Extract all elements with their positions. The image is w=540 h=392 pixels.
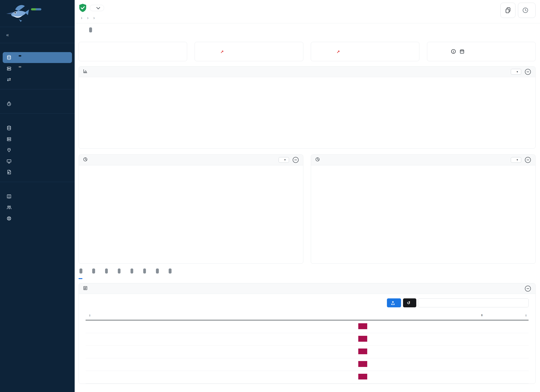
tab-users[interactable] xyxy=(142,270,146,279)
sidebar-item-community[interactable] xyxy=(3,202,72,213)
copy-button[interactable] xyxy=(500,3,516,18)
marlin-fish-icon xyxy=(5,3,30,24)
wait-time-value xyxy=(429,346,485,358)
weight-value xyxy=(484,346,528,358)
accent-bar xyxy=(87,349,88,355)
count-badge xyxy=(19,55,21,57)
sidebar-item-integrations[interactable] xyxy=(3,145,72,156)
collapse-panel-icon[interactable] xyxy=(525,69,531,75)
undo-icon: ↺ xyxy=(407,301,410,305)
tab-changes[interactable] xyxy=(168,270,171,279)
sidebar-item-change-history[interactable]: ⇄ xyxy=(3,74,72,85)
time-spent-chart-area xyxy=(79,77,535,148)
col-header-statement[interactable] xyxy=(121,312,357,320)
collapse-panel-icon[interactable] xyxy=(525,285,531,292)
copy-icon xyxy=(505,7,511,14)
time-range-button[interactable] xyxy=(518,3,535,18)
sidebar-item-time-comparison[interactable] xyxy=(3,98,72,109)
table-row xyxy=(85,358,529,371)
database-icon xyxy=(6,55,12,60)
count-badge xyxy=(105,268,108,273)
breadcrumb-separator: › xyxy=(93,15,95,20)
export-button[interactable] xyxy=(387,298,401,307)
sidebar-item-settings-hosts[interactable] xyxy=(3,134,72,145)
sort-icon: ▲▼ xyxy=(89,314,91,317)
collapse-panel-icon[interactable] xyxy=(525,157,531,163)
card-db-time[interactable] xyxy=(79,42,187,61)
count-badge xyxy=(19,66,21,68)
table-row xyxy=(85,333,529,345)
accent-bar xyxy=(87,374,88,381)
statements-panel: ↺ ▲▼ ▲▼ ▲▼ xyxy=(79,283,535,384)
brand-logo xyxy=(31,8,41,10)
statements-table: ▲▼ ▲▼ ▲▼ xyxy=(85,312,529,384)
card-average-time[interactable]: ↗ xyxy=(311,42,419,61)
clock-icon xyxy=(315,44,330,59)
weight-value xyxy=(484,371,528,383)
sidebar-item-settings-database-instances[interactable] xyxy=(3,123,72,134)
weight-value xyxy=(484,320,528,333)
tab-host-metrics[interactable] xyxy=(88,27,92,37)
time-spent-chart[interactable] xyxy=(79,77,535,148)
search-input[interactable] xyxy=(418,298,529,307)
chevron-down-icon: ▾ xyxy=(516,70,518,73)
breadcrumb: › › › xyxy=(79,15,535,20)
main-content: › › › xyxy=(75,0,540,392)
count-badge xyxy=(80,268,82,273)
breadcrumb-separator: › xyxy=(87,15,89,20)
sidebar-item-documentation[interactable] xyxy=(3,191,72,202)
sidebar-item-database-instances[interactable] xyxy=(3,52,72,63)
tab-statements[interactable] xyxy=(79,270,82,279)
col-header-weight[interactable]: ▲▼ xyxy=(484,312,528,320)
card-executions[interactable]: ↗ xyxy=(195,42,303,61)
tab-sessions[interactable] xyxy=(117,270,120,279)
top-statements-donut[interactable] xyxy=(79,165,303,263)
count-badge xyxy=(143,268,146,273)
statements-chart-selector[interactable]: ▾ xyxy=(279,157,289,163)
breadcrumb-separator: › xyxy=(81,15,82,20)
bar-chart-icon xyxy=(83,69,88,75)
sidebar-item-event-types[interactable] xyxy=(3,156,72,167)
count-badge xyxy=(169,268,171,273)
dbmarlin-dashboard: « ⇄ xyxy=(0,0,540,392)
tab-databases[interactable] xyxy=(104,270,108,279)
clock-icon xyxy=(6,101,12,107)
database-icon xyxy=(6,125,12,131)
card-changes[interactable] xyxy=(427,42,535,61)
life-ring-icon xyxy=(6,216,12,221)
top-waits-donut[interactable] xyxy=(311,165,535,263)
brand-db xyxy=(31,8,36,10)
licence-icon xyxy=(6,169,12,175)
detail-tabs xyxy=(79,270,535,279)
swap-arrows-icon: ⇄ xyxy=(6,77,12,82)
time-spent-panel: ▾ xyxy=(79,66,535,149)
metric-cards: ↗ ↗ xyxy=(79,42,535,61)
calendar-icon xyxy=(460,49,465,55)
col-header-id[interactable]: ▲▼ xyxy=(85,312,121,320)
weight-value xyxy=(484,333,528,345)
clear-button[interactable]: ↺ xyxy=(403,298,416,307)
activity-chart-selector[interactable]: ▾ xyxy=(511,69,521,75)
sidebar-item-support[interactable] xyxy=(3,213,72,224)
logo[interactable] xyxy=(0,0,75,27)
waits-chart-selector[interactable]: ▾ xyxy=(511,157,521,163)
collapse-icon: « xyxy=(6,32,9,38)
pie-chart-icon xyxy=(83,157,88,163)
collapse-panel-icon[interactable] xyxy=(292,157,299,163)
col-header-wait-time[interactable]: ▲▼ xyxy=(429,312,485,320)
col-header-total-time[interactable] xyxy=(357,312,429,320)
table-row xyxy=(85,371,529,383)
delta-up-icon: ↗ xyxy=(220,50,224,55)
brand-marlin xyxy=(36,8,41,10)
instance-selector[interactable] xyxy=(90,5,104,11)
hide-menu-button[interactable]: « xyxy=(0,27,75,43)
clock-icon xyxy=(522,7,529,13)
sidebar-item-licences[interactable] xyxy=(3,167,72,178)
list-icon xyxy=(83,286,88,292)
sort-icon: ▲▼ xyxy=(525,314,527,317)
tab-clients[interactable] xyxy=(130,270,133,279)
info-icon xyxy=(451,49,456,55)
sidebar-item-hosts[interactable] xyxy=(3,63,72,74)
tab-programs[interactable] xyxy=(155,270,159,279)
tab-waits[interactable] xyxy=(91,270,95,279)
